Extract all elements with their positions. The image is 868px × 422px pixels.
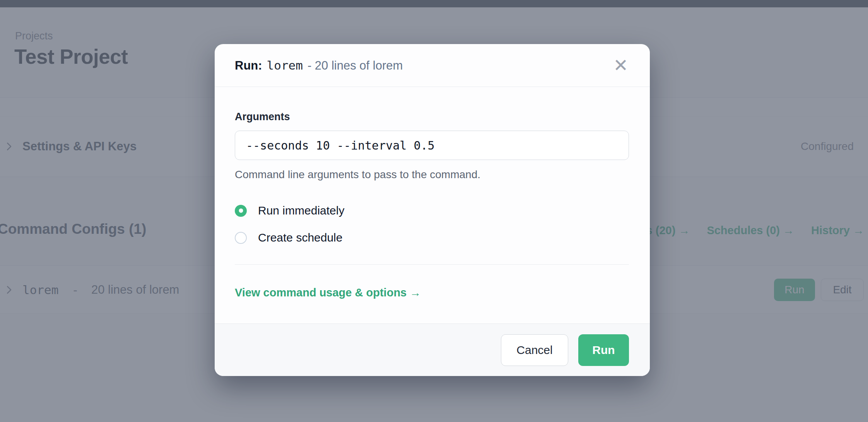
close-button[interactable]: ✕	[613, 56, 628, 74]
modal-body: Arguments Command line arguments to pass…	[215, 87, 650, 323]
run-mode-radio-group: Run immediately Create schedule	[235, 204, 629, 244]
modal-title-description: - 20 lines of lorem	[308, 59, 403, 73]
radio-unselected-icon	[235, 232, 247, 244]
radio-create-schedule[interactable]: Create schedule	[235, 231, 629, 244]
arguments-label: Arguments	[235, 111, 629, 123]
modal-title-prefix: Run:	[235, 59, 262, 73]
modal-header: Run: lorem - 20 lines of lorem ✕	[215, 44, 650, 87]
run-command-modal: Run: lorem - 20 lines of lorem ✕ Argumen…	[215, 44, 650, 376]
modal-title-command: lorem	[267, 58, 303, 72]
close-icon: ✕	[613, 55, 628, 76]
cancel-button[interactable]: Cancel	[501, 334, 568, 366]
radio-run-immediately-label: Run immediately	[258, 204, 344, 217]
arguments-input[interactable]	[235, 131, 629, 160]
radio-selected-icon	[235, 205, 247, 217]
modal-title: Run: lorem - 20 lines of lorem	[235, 58, 403, 73]
modal-body-divider	[235, 264, 629, 265]
usage-options-link[interactable]: View command usage & options →	[235, 286, 421, 299]
modal-footer: Cancel Run	[215, 323, 650, 376]
radio-create-schedule-label: Create schedule	[258, 231, 342, 244]
run-button[interactable]: Run	[578, 334, 629, 366]
arguments-help-text: Command line arguments to pass to the co…	[235, 168, 629, 181]
radio-run-immediately[interactable]: Run immediately	[235, 204, 629, 217]
